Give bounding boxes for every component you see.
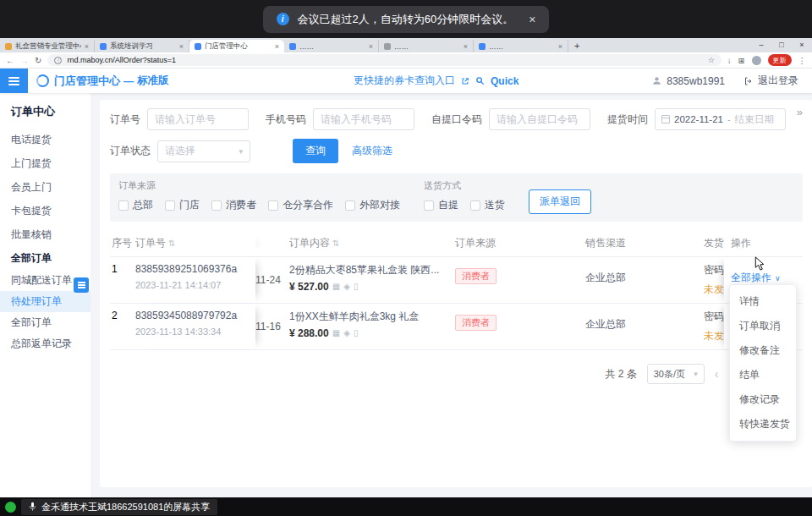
- forward-icon[interactable]: →: [20, 56, 29, 65]
- source-options: 总部 门店 消费者 仓: [118, 198, 400, 212]
- window-minimize-button[interactable]: –: [751, 38, 771, 52]
- sidebar-item-door-pickup[interactable]: 上门提货: [0, 151, 91, 175]
- sidebar-collapse-button[interactable]: [0, 69, 28, 93]
- tab-close-icon[interactable]: ×: [464, 42, 468, 51]
- tab-close-icon[interactable]: ×: [85, 42, 89, 51]
- browser-tab-active[interactable]: 门店管理中心 ×: [189, 40, 284, 52]
- checkbox-warehouse-share[interactable]: 仓分享合作: [268, 198, 333, 212]
- sort-icon[interactable]: ⇅: [332, 239, 339, 248]
- price-line: ¥ 527.00 ▦ ◈ ▯: [289, 281, 448, 293]
- browser-tab[interactable]: …… ×: [474, 40, 568, 52]
- menu-item-close-order[interactable]: 结单: [730, 363, 796, 387]
- app-logo: [36, 74, 49, 87]
- ship-line-2: 未发: [704, 283, 724, 297]
- all-actions-label: 全部操作: [731, 271, 771, 285]
- order-price: ¥ 527.00: [289, 281, 329, 293]
- checkbox-icon[interactable]: [118, 200, 129, 211]
- phone-input[interactable]: [313, 108, 414, 130]
- sidebar-item-batch-verify[interactable]: 批量核销: [0, 222, 91, 246]
- logout-button[interactable]: 退出登录: [743, 74, 798, 88]
- calendar-icon: [661, 115, 670, 124]
- all-actions-dropdown[interactable]: 全部操作 ∨: [731, 271, 790, 285]
- col-index: 序号: [110, 236, 135, 250]
- sidebar-group-all-orders[interactable]: 全部订单: [0, 246, 91, 270]
- sidebar-item-member-visit[interactable]: 会员上门: [0, 175, 91, 199]
- channel-value: 企业总部: [585, 271, 704, 285]
- reload-icon[interactable]: ↻: [35, 56, 41, 65]
- window-maximize-button[interactable]: □: [771, 38, 792, 52]
- gift-mini-icon: ◈: [343, 283, 350, 291]
- sort-icon[interactable]: ⇅: [168, 239, 175, 248]
- sidebar-item-all-orders[interactable]: 全部订单: [0, 312, 91, 333]
- tab-favicon: [384, 43, 391, 50]
- pickup-code-input[interactable]: [489, 108, 590, 130]
- checkbox-icon[interactable]: [211, 200, 222, 211]
- checkbox-icon[interactable]: [345, 200, 355, 211]
- browser-profile-avatar[interactable]: [752, 56, 761, 65]
- download-icon[interactable]: ↓: [727, 56, 732, 65]
- col-order-no-label: 订单号: [135, 237, 166, 249]
- cell-source: 消费者: [455, 257, 585, 303]
- checkbox-consumer[interactable]: 消费者: [211, 198, 256, 212]
- browser-tab[interactable]: …… ×: [379, 40, 474, 52]
- bookmark-star-icon[interactable]: ☆: [708, 56, 715, 64]
- pickup-code-label: 自提口令码: [431, 113, 482, 127]
- col-content: 订单内容⇅: [289, 236, 455, 250]
- quick-link[interactable]: Quick: [491, 75, 518, 87]
- tab-close-icon[interactable]: ×: [275, 42, 279, 51]
- toast-close-icon[interactable]: ×: [529, 13, 535, 26]
- checkbox-icon[interactable]: [165, 200, 175, 211]
- panel-collapse-icon[interactable]: »: [797, 106, 803, 118]
- menu-item-express-ship[interactable]: 转快递发货: [730, 412, 796, 436]
- order-no-input[interactable]: [147, 108, 249, 130]
- site-info-icon[interactable]: i: [54, 57, 62, 64]
- tab-close-icon[interactable]: ×: [179, 42, 184, 51]
- sidebar-item-phone-pickup[interactable]: 电话提货: [0, 128, 91, 151]
- page-size-select[interactable]: 30条/页 ▾: [647, 364, 705, 384]
- browser-tab[interactable]: 系统培训学习 ×: [95, 40, 189, 52]
- filter-phone: 手机号码: [266, 108, 414, 130]
- checkbox-delivery[interactable]: 送货: [470, 198, 505, 212]
- order-no-label: 订单号: [110, 113, 140, 127]
- sidebar-item-pending-orders[interactable]: 待处理订单: [0, 291, 91, 312]
- new-tab-button[interactable]: +: [574, 40, 579, 52]
- window-close-button[interactable]: ×: [792, 38, 812, 52]
- address-bar[interactable]: i rnd.maboy.cn/AllOrder?status=1 ☆: [47, 54, 721, 66]
- dispatch-return-button[interactable]: 派单退回: [529, 189, 591, 214]
- header-center: 更快捷的券卡查询入口 Quick: [354, 69, 518, 93]
- browser-update-button[interactable]: 更新: [768, 54, 792, 66]
- checkbox-external[interactable]: 外部对接: [345, 198, 400, 212]
- order-status-select[interactable]: 请选择 ▾: [157, 140, 250, 162]
- sidebar-toggle-button[interactable]: [74, 277, 89, 293]
- menu-item-edit-remark[interactable]: 修改备注: [730, 338, 796, 363]
- checkbox-hq[interactable]: 总部: [118, 198, 153, 212]
- sidebar-item-hq-return-records[interactable]: 总部返单记录: [0, 333, 91, 354]
- info-icon: i: [277, 13, 289, 25]
- menu-item-edit-history[interactable]: 修改记录: [730, 387, 796, 412]
- app-body: 订单中心 电话提货 上门提货 会员上门 卡包提货 批量核销 全部订单 同城配送订…: [0, 93, 812, 497]
- user-account[interactable]: 8385wb1991: [651, 75, 725, 87]
- browser-tab[interactable]: 礼盒营销专业管理中心 ×: [0, 40, 95, 52]
- table-row: 1 83859389251069376a 2023-11-21 14:14:07…: [110, 257, 803, 304]
- extensions-icon[interactable]: ⊞: [738, 56, 745, 65]
- menu-item-details[interactable]: 详情: [730, 289, 796, 314]
- browser-tab[interactable]: …… ×: [284, 40, 379, 52]
- order-price: ¥ 288.00: [289, 327, 329, 339]
- checkbox-icon[interactable]: [470, 200, 480, 211]
- coupon-query-entry-link[interactable]: 更快捷的券卡查询入口: [354, 74, 455, 88]
- date-range-picker[interactable]: 2022-11-21 - 结束日期: [655, 108, 786, 130]
- checkbox-icon[interactable]: [424, 200, 434, 211]
- prev-page-button[interactable]: ‹: [715, 367, 719, 381]
- microphone-icon[interactable]: [29, 502, 36, 512]
- back-icon[interactable]: ←: [6, 56, 14, 65]
- checkbox-self-pickup[interactable]: 自提: [424, 198, 458, 212]
- checkbox-icon[interactable]: [268, 200, 278, 211]
- sidebar-item-card-pickup[interactable]: 卡包提货: [0, 199, 91, 222]
- checkbox-store[interactable]: 门店: [165, 198, 200, 212]
- menu-item-cancel-order[interactable]: 订单取消: [730, 314, 796, 338]
- browser-menu-icon[interactable]: ⋮: [798, 56, 807, 65]
- tab-close-icon[interactable]: ×: [369, 42, 373, 51]
- advanced-filter-link[interactable]: 高级筛选: [352, 144, 392, 158]
- search-button[interactable]: 查询: [293, 139, 338, 163]
- tab-close-icon[interactable]: ×: [558, 42, 562, 51]
